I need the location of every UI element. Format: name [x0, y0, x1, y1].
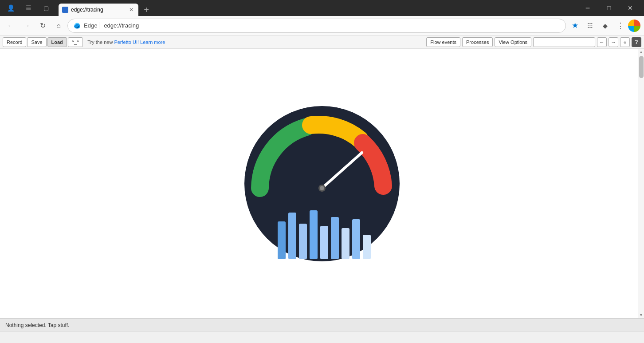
- status-bar: Nothing selected. Tap stuff.: [0, 318, 644, 331]
- back-button[interactable]: ←: [4, 19, 18, 33]
- processes-button[interactable]: Processes: [462, 37, 493, 47]
- svg-rect-14: [363, 235, 371, 259]
- sort-button[interactable]: ^_^: [68, 37, 83, 47]
- scroll-up-arrow[interactable]: ▲: [638, 49, 644, 55]
- collections-button[interactable]: ☷: [583, 19, 597, 33]
- forward-icon: →: [23, 22, 30, 30]
- tab-bar: edge://tracing ✕ +: [55, 0, 576, 16]
- title-bar-left: 👤 ☰ ▢: [4, 1, 53, 15]
- favorites-star-button[interactable]: ★: [568, 19, 582, 33]
- record-button[interactable]: Record: [3, 37, 26, 47]
- tab-favicon: [62, 7, 68, 13]
- prev-result-button[interactable]: ←: [597, 37, 607, 47]
- save-button[interactable]: Save: [27, 37, 46, 47]
- prev-page-button[interactable]: «: [620, 37, 630, 47]
- scroll-down-arrow[interactable]: ▼: [638, 312, 644, 318]
- svg-rect-7: [288, 213, 296, 259]
- bottom-area: [0, 331, 644, 332]
- refresh-icon: ↻: [40, 21, 46, 30]
- vertical-scrollbar[interactable]: ▲ ▼: [638, 49, 644, 318]
- forward-button[interactable]: →: [20, 19, 34, 33]
- svg-rect-13: [352, 219, 360, 259]
- window-controls: − □ ✕: [577, 0, 640, 16]
- tracing-logo: [242, 104, 402, 264]
- home-icon: ⌂: [56, 22, 61, 30]
- status-text: Nothing selected. Tap stuff.: [5, 322, 69, 328]
- home-button[interactable]: ⌂: [51, 19, 66, 33]
- browser-name-label: Edge: [84, 22, 99, 29]
- view-options-button[interactable]: View Options: [495, 37, 531, 47]
- svg-rect-12: [342, 228, 349, 259]
- svg-rect-11: [331, 217, 339, 259]
- help-button[interactable]: ?: [632, 37, 641, 47]
- flow-events-button[interactable]: Flow events: [426, 37, 460, 47]
- microsoft-account-button[interactable]: [628, 20, 640, 32]
- close-button[interactable]: ✕: [620, 0, 640, 16]
- svg-rect-10: [320, 226, 328, 259]
- favorites-button[interactable]: ☰: [21, 1, 35, 15]
- refresh-button[interactable]: ↻: [35, 19, 50, 33]
- main-content: ▲ ▼: [0, 49, 644, 318]
- tab-title: edge://tracing: [71, 7, 125, 13]
- perfetto-link[interactable]: Perfetto UI!: [114, 39, 139, 45]
- tracing-toolbar: Record Save Load ^_^ Try the new Perfett…: [0, 35, 644, 49]
- maximize-button[interactable]: □: [599, 0, 619, 16]
- extensions-button[interactable]: ◆: [598, 19, 612, 33]
- minimize-button[interactable]: −: [577, 0, 598, 16]
- new-tab-button[interactable]: +: [140, 4, 153, 16]
- title-bar: 👤 ☰ ▢ edge://tracing ✕ + − □ ✕: [0, 0, 644, 16]
- nav-right: ★ ☷ ◆ ⋮: [568, 19, 640, 33]
- capture-button[interactable]: ▢: [39, 1, 53, 15]
- scroll-thumb[interactable]: [639, 56, 644, 78]
- tab-close-button[interactable]: ✕: [128, 6, 135, 13]
- more-tools-button[interactable]: ⋮: [613, 19, 627, 33]
- trace-right: Flow events Processes View Options ← → «…: [426, 37, 641, 47]
- search-input[interactable]: [533, 37, 595, 47]
- tab-tracing[interactable]: edge://tracing ✕: [59, 4, 138, 16]
- svg-point-4: [320, 186, 324, 190]
- load-button[interactable]: Load: [47, 37, 67, 47]
- svg-rect-8: [299, 224, 307, 259]
- svg-rect-9: [310, 210, 318, 259]
- address-bar-container[interactable]: Edge: [67, 19, 566, 33]
- back-icon: ←: [7, 22, 14, 30]
- learn-more-link[interactable]: Learn more: [140, 39, 165, 45]
- address-input[interactable]: [104, 22, 560, 29]
- next-result-button[interactable]: →: [609, 37, 618, 47]
- svg-rect-6: [278, 221, 286, 259]
- trace-info-text: Try the new Perfetto UI! Learn more: [87, 39, 165, 45]
- edge-browser-icon: [73, 22, 81, 30]
- nav-bar: ← → ↻ ⌂ Edge ★ ☷ ◆ ⋮: [0, 16, 644, 35]
- profile-button[interactable]: 👤: [4, 1, 18, 15]
